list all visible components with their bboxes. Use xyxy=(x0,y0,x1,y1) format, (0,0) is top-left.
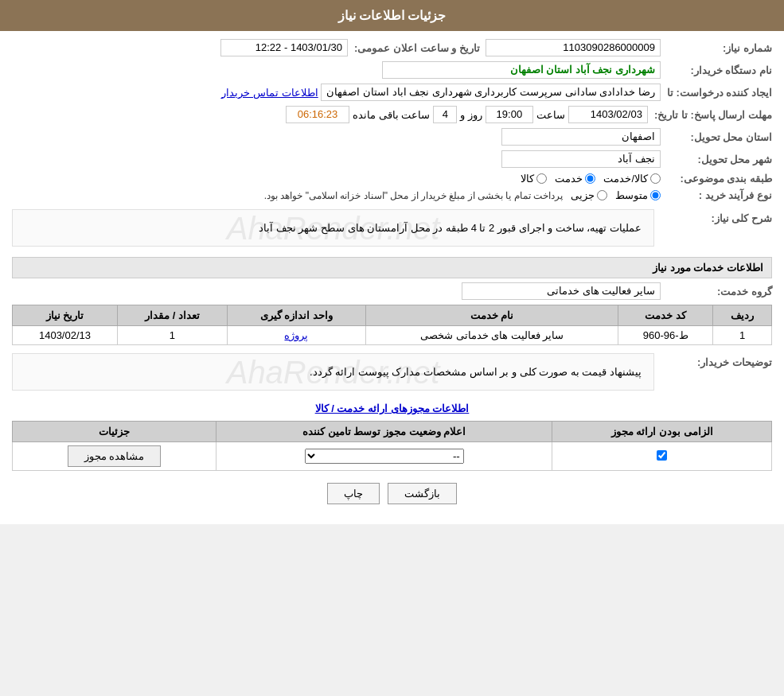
services-table-header-row: ردیف کد خدمت نام خدمت واحد اندازه گیری ت… xyxy=(13,305,772,326)
license-table: الزامی بودن ارائه مجوز اعلام وضعیت مجوز … xyxy=(12,421,772,471)
service-group-label: گروه خدمت: xyxy=(661,286,772,297)
col-date: تاریخ نیاز xyxy=(13,305,118,326)
subject-option-khedmat[interactable]: خدمت xyxy=(555,173,595,185)
view-license-button[interactable]: مشاهده مجوز xyxy=(68,445,162,467)
col-row-num: ردیف xyxy=(713,305,772,326)
col-status: اعلام وضعیت مجوز توسط تامین کننده xyxy=(216,422,552,442)
creator-row: ایجاد کننده درخواست: تا رضا خدادادی سادا… xyxy=(12,84,772,101)
buyer-notes-content: AhaRender.net پیشنهاد قیمت به صورت کلی و… xyxy=(12,353,654,395)
license-section: اطلاعات مجوزهای ارائه خدمت / کالا الزامی… xyxy=(12,402,772,471)
creator-value: رضا خدادادی سادانی سرپرست کاربرداری شهرد… xyxy=(321,84,661,101)
col-unit: واحد اندازه گیری xyxy=(227,305,365,326)
order-number-row: شماره نیاز: 1103090286000009 تاریخ و ساع… xyxy=(12,39,772,56)
purchase-type-radio-motavasset[interactable] xyxy=(650,190,661,200)
subject-label-kala: کالا xyxy=(521,173,534,185)
status-select[interactable]: -- xyxy=(305,449,464,464)
description-value: عملیات تهیه، ساخت و اجرای قبور 2 تا 4 طب… xyxy=(25,222,642,234)
order-number-label: شماره نیاز: xyxy=(661,42,772,54)
cell-required xyxy=(552,442,772,471)
deadline-days: 4 xyxy=(433,106,457,123)
deadline-label: مهلت ارسال پاسخ: تا تاریخ: xyxy=(648,109,772,121)
subject-label: طبقه بندی موضوعی: xyxy=(661,173,772,185)
license-table-body: -- مشاهده مجوز xyxy=(13,442,772,471)
services-table: ردیف کد خدمت نام خدمت واحد اندازه گیری ت… xyxy=(12,305,772,345)
subject-options: کالا/خدمت خدمت کالا xyxy=(521,173,661,185)
print-button[interactable]: چاپ xyxy=(327,483,380,504)
buttons-row: بازگشت چاپ xyxy=(12,483,772,504)
subject-label-kala-khedmat: کالا/خدمت xyxy=(603,173,648,185)
description-row: شرح کلی نیاز: AhaRender.net عملیات تهیه،… xyxy=(12,209,772,251)
deadline-time: 19:00 xyxy=(486,106,533,123)
city-value: نجف آباد xyxy=(501,150,661,168)
purchase-type-row: نوع فرآیند خرید : متوسط جزیی پرداخت تمام… xyxy=(12,189,772,201)
table-row: -- مشاهده مجوز xyxy=(13,442,772,471)
buyer-org-value: شهرداری نجف آباد استان اصفهان xyxy=(382,61,661,79)
city-label: شهر محل تحویل: xyxy=(661,154,772,165)
cell-quantity: 1 xyxy=(117,326,227,345)
purchase-type-options: متوسط جزیی xyxy=(571,189,661,201)
buyer-notes-box: AhaRender.net پیشنهاد قیمت به صورت کلی و… xyxy=(12,353,654,391)
announce-date-value: 1403/01/30 - 12:22 xyxy=(220,39,348,56)
subject-radio-kala-khedmat[interactable] xyxy=(650,173,661,184)
page-header: جزئیات اطلاعات نیاز xyxy=(0,0,784,31)
subject-option-kala[interactable]: کالا xyxy=(521,173,547,185)
service-group-value: سایر فعالیت های خدماتی xyxy=(462,282,661,300)
license-table-header-row: الزامی بودن ارائه مجوز اعلام وضعیت مجوز … xyxy=(13,422,772,442)
subject-option-kala-khedmat[interactable]: کالا/خدمت xyxy=(603,173,661,185)
license-title[interactable]: اطلاعات مجوزهای ارائه خدمت / کالا xyxy=(12,402,772,414)
back-button[interactable]: بازگشت xyxy=(388,483,457,504)
announce-date-label: تاریخ و ساعت اعلان عمومی: xyxy=(348,42,480,54)
creator-label: ایجاد کننده درخواست: تا xyxy=(661,87,772,99)
deadline-date: 1403/02/03 xyxy=(568,106,648,123)
cell-row-num: 1 xyxy=(713,326,772,345)
purchase-type-label: نوع فرآیند خرید : xyxy=(661,189,772,201)
remaining-label: ساعت باقی مانده xyxy=(353,109,430,121)
contact-link[interactable]: اطلاعات تماس خریدار xyxy=(221,87,318,99)
subject-radio-kala[interactable] xyxy=(536,173,547,184)
description-box: AhaRender.net عملیات تهیه، ساخت و اجرای … xyxy=(12,209,654,247)
table-row: 1 ط-96-960 سایر فعالیت های خدماتی شخصی پ… xyxy=(13,326,772,345)
cell-details: مشاهده مجوز xyxy=(13,442,216,471)
cell-date: 1403/02/13 xyxy=(13,326,118,345)
purchase-type-label-jozii: جزیی xyxy=(571,189,595,201)
col-details: جزئیات xyxy=(13,422,216,442)
purchase-type-radio-jozii[interactable] xyxy=(597,190,607,200)
col-required: الزامی بودن ارائه مجوز xyxy=(552,422,772,442)
buyer-notes-label: توضیحات خریدار: xyxy=(661,353,772,368)
col-service-name: نام خدمت xyxy=(365,305,618,326)
page-wrapper: جزئیات اطلاعات نیاز شماره نیاز: 11030902… xyxy=(0,0,784,524)
province-label: استان محل تحویل: xyxy=(661,131,772,143)
deadline-days-label: روز و xyxy=(460,109,482,121)
buyer-notes-row: توضیحات خریدار: AhaRender.net پیشنهاد قی… xyxy=(12,353,772,395)
subject-label-khedmat: خدمت xyxy=(555,173,583,185)
cell-status: -- xyxy=(216,442,552,471)
cell-unit: پروژه xyxy=(227,326,365,345)
service-group-row: گروه خدمت: سایر فعالیت های خدماتی xyxy=(12,282,772,300)
purchase-type-label-motavasset: متوسط xyxy=(615,189,648,201)
subject-radio-khedmat[interactable] xyxy=(585,173,595,184)
province-row: استان محل تحویل: اصفهان xyxy=(12,128,772,146)
required-checkbox[interactable] xyxy=(657,450,667,461)
buyer-org-label: نام دستگاه خریدار: xyxy=(661,64,772,76)
buyer-org-row: نام دستگاه خریدار: شهرداری نجف آباد استا… xyxy=(12,61,772,79)
purchase-type-option-motavasset[interactable]: متوسط xyxy=(615,189,661,201)
subject-row: طبقه بندی موضوعی: کالا/خدمت خدمت کالا xyxy=(12,173,772,185)
page-title: جزئیات اطلاعات نیاز xyxy=(338,9,447,22)
main-content: شماره نیاز: 1103090286000009 تاریخ و ساع… xyxy=(0,31,784,524)
services-table-header: ردیف کد خدمت نام خدمت واحد اندازه گیری ت… xyxy=(13,305,772,326)
remaining-time: 06:16:23 xyxy=(286,106,349,123)
deadline-date-time: 1403/02/03 ساعت 19:00 روز و 4 ساعت باقی … xyxy=(286,106,648,123)
col-quantity: تعداد / مقدار xyxy=(117,305,227,326)
description-label: شرح کلی نیاز: xyxy=(661,209,772,224)
cell-service-name: سایر فعالیت های خدماتی شخصی xyxy=(365,326,618,345)
deadline-row: مهلت ارسال پاسخ: تا تاریخ: 1403/02/03 سا… xyxy=(12,106,772,123)
cell-service-code: ط-96-960 xyxy=(618,326,713,345)
deadline-time-label: ساعت xyxy=(536,109,565,121)
purchase-type-option-jozii[interactable]: جزیی xyxy=(571,189,607,201)
buyer-notes-value: پیشنهاد قیمت به صورت کلی و بر اساس مشخصا… xyxy=(25,366,642,378)
license-table-header: الزامی بودن ارائه مجوز اعلام وضعیت مجوز … xyxy=(13,422,772,442)
order-number-value: 1103090286000009 xyxy=(486,39,661,56)
description-section: شرح کلی نیاز: AhaRender.net عملیات تهیه،… xyxy=(12,209,772,251)
purchase-type-note: پرداخت تمام یا بخشی از مبلغ خریدار از مح… xyxy=(264,190,563,201)
services-table-body: 1 ط-96-960 سایر فعالیت های خدماتی شخصی پ… xyxy=(13,326,772,345)
